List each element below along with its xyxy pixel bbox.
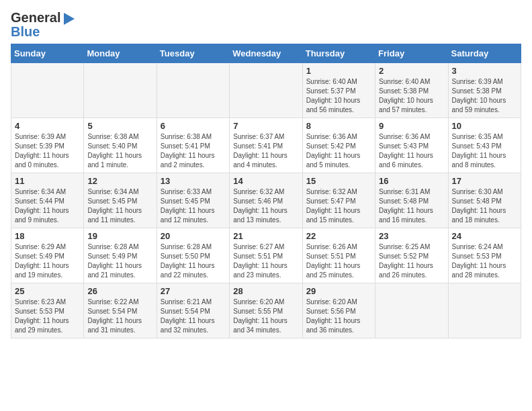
day-number: 17 [452, 176, 517, 186]
day-info: Sunrise: 6:21 AM Sunset: 5:54 PM Dayligh… [161, 298, 226, 335]
calendar-cell: 21Sunrise: 6:27 AM Sunset: 5:51 PM Dayli… [230, 228, 302, 283]
day-info: Sunrise: 6:33 AM Sunset: 5:45 PM Dayligh… [161, 187, 226, 225]
calendar-cell: 8Sunrise: 6:36 AM Sunset: 5:42 PM Daylig… [302, 118, 375, 173]
logo: General Blue [11, 11, 75, 38]
calendar-cell: 2Sunrise: 6:40 AM Sunset: 5:38 PM Daylig… [375, 62, 448, 118]
calendar-cell: 13Sunrise: 6:33 AM Sunset: 5:45 PM Dayli… [157, 173, 229, 228]
day-info: Sunrise: 6:30 AM Sunset: 5:48 PM Dayligh… [452, 187, 517, 225]
day-number: 1 [306, 66, 371, 76]
day-number: 2 [379, 66, 444, 76]
calendar-cell: 5Sunrise: 6:38 AM Sunset: 5:40 PM Daylig… [84, 118, 157, 173]
day-number: 29 [306, 286, 371, 296]
calendar-cell: 7Sunrise: 6:37 AM Sunset: 5:41 PM Daylig… [230, 118, 302, 173]
calendar-cell: 26Sunrise: 6:22 AM Sunset: 5:54 PM Dayli… [84, 283, 157, 338]
day-info: Sunrise: 6:28 AM Sunset: 5:49 PM Dayligh… [87, 242, 152, 280]
header-wednesday: Wednesday [230, 44, 302, 62]
header-sunday: Sunday [11, 44, 84, 62]
day-info: Sunrise: 6:40 AM Sunset: 5:37 PM Dayligh… [306, 77, 371, 115]
day-number: 21 [233, 231, 298, 241]
header-thursday: Thursday [302, 44, 375, 62]
day-info: Sunrise: 6:39 AM Sunset: 5:39 PM Dayligh… [15, 132, 80, 170]
calendar-week-0: 1Sunrise: 6:40 AM Sunset: 5:37 PM Daylig… [11, 62, 521, 118]
calendar-cell [230, 62, 302, 118]
day-number: 23 [379, 231, 444, 241]
calendar-cell: 27Sunrise: 6:21 AM Sunset: 5:54 PM Dayli… [157, 283, 229, 338]
day-number: 15 [306, 176, 371, 186]
calendar-cell: 19Sunrise: 6:28 AM Sunset: 5:49 PM Dayli… [84, 228, 157, 283]
calendar-cell: 15Sunrise: 6:32 AM Sunset: 5:47 PM Dayli… [302, 173, 375, 228]
calendar-cell: 6Sunrise: 6:38 AM Sunset: 5:41 PM Daylig… [157, 118, 229, 173]
calendar-cell [448, 283, 521, 338]
day-number: 13 [161, 176, 226, 186]
calendar-cell [375, 283, 448, 338]
day-info: Sunrise: 6:20 AM Sunset: 5:55 PM Dayligh… [233, 298, 298, 335]
calendar-cell: 20Sunrise: 6:28 AM Sunset: 5:50 PM Dayli… [157, 228, 229, 283]
day-info: Sunrise: 6:20 AM Sunset: 5:56 PM Dayligh… [306, 298, 371, 335]
day-info: Sunrise: 6:25 AM Sunset: 5:52 PM Dayligh… [379, 242, 444, 280]
calendar-cell: 9Sunrise: 6:36 AM Sunset: 5:43 PM Daylig… [375, 118, 448, 173]
day-info: Sunrise: 6:38 AM Sunset: 5:41 PM Dayligh… [161, 132, 226, 170]
calendar-week-1: 4Sunrise: 6:39 AM Sunset: 5:39 PM Daylig… [11, 118, 521, 173]
day-number: 9 [379, 121, 444, 131]
day-info: Sunrise: 6:31 AM Sunset: 5:48 PM Dayligh… [379, 187, 444, 225]
calendar-table: SundayMondayTuesdayWednesdayThursdayFrid… [11, 44, 521, 338]
day-info: Sunrise: 6:40 AM Sunset: 5:38 PM Dayligh… [379, 77, 444, 115]
calendar-cell: 29Sunrise: 6:20 AM Sunset: 5:56 PM Dayli… [302, 283, 375, 338]
day-number: 18 [15, 231, 80, 241]
day-info: Sunrise: 6:22 AM Sunset: 5:54 PM Dayligh… [87, 298, 152, 335]
calendar-week-2: 11Sunrise: 6:34 AM Sunset: 5:44 PM Dayli… [11, 173, 521, 228]
header-friday: Friday [375, 44, 448, 62]
day-info: Sunrise: 6:32 AM Sunset: 5:46 PM Dayligh… [233, 187, 298, 225]
day-info: Sunrise: 6:39 AM Sunset: 5:38 PM Dayligh… [452, 77, 517, 115]
day-number: 4 [15, 121, 80, 131]
day-number: 10 [452, 121, 517, 131]
day-number: 12 [87, 176, 152, 186]
header-monday: Monday [84, 44, 157, 62]
header-saturday: Saturday [448, 44, 521, 62]
day-number: 28 [233, 286, 298, 296]
day-number: 8 [306, 121, 371, 131]
day-number: 5 [87, 121, 152, 131]
day-number: 11 [15, 176, 80, 186]
day-number: 6 [161, 121, 226, 131]
calendar-cell: 28Sunrise: 6:20 AM Sunset: 5:55 PM Dayli… [230, 283, 302, 338]
calendar-week-3: 18Sunrise: 6:29 AM Sunset: 5:49 PM Dayli… [11, 228, 521, 283]
calendar-cell: 3Sunrise: 6:39 AM Sunset: 5:38 PM Daylig… [448, 62, 521, 118]
day-info: Sunrise: 6:37 AM Sunset: 5:41 PM Dayligh… [233, 132, 298, 170]
day-number: 14 [233, 176, 298, 186]
calendar-cell: 12Sunrise: 6:34 AM Sunset: 5:45 PM Dayli… [84, 173, 157, 228]
day-info: Sunrise: 6:34 AM Sunset: 5:45 PM Dayligh… [87, 187, 152, 225]
day-info: Sunrise: 6:32 AM Sunset: 5:47 PM Dayligh… [306, 187, 371, 225]
day-info: Sunrise: 6:36 AM Sunset: 5:42 PM Dayligh… [306, 132, 371, 170]
calendar-header-row: SundayMondayTuesdayWednesdayThursdayFrid… [11, 44, 521, 62]
day-info: Sunrise: 6:26 AM Sunset: 5:51 PM Dayligh… [306, 242, 371, 280]
calendar-cell: 10Sunrise: 6:35 AM Sunset: 5:43 PM Dayli… [448, 118, 521, 173]
day-info: Sunrise: 6:34 AM Sunset: 5:44 PM Dayligh… [15, 187, 80, 225]
day-number: 25 [15, 286, 80, 296]
calendar-cell [157, 62, 229, 118]
calendar-cell: 14Sunrise: 6:32 AM Sunset: 5:46 PM Dayli… [230, 173, 302, 228]
day-info: Sunrise: 6:35 AM Sunset: 5:43 PM Dayligh… [452, 132, 517, 170]
day-number: 16 [379, 176, 444, 186]
day-number: 3 [452, 66, 517, 76]
day-info: Sunrise: 6:24 AM Sunset: 5:53 PM Dayligh… [452, 242, 517, 280]
calendar-cell [84, 62, 157, 118]
calendar-cell [11, 62, 84, 118]
day-info: Sunrise: 6:23 AM Sunset: 5:53 PM Dayligh… [15, 298, 80, 335]
calendar-cell: 17Sunrise: 6:30 AM Sunset: 5:48 PM Dayli… [448, 173, 521, 228]
day-number: 26 [87, 286, 152, 296]
calendar-cell: 16Sunrise: 6:31 AM Sunset: 5:48 PM Dayli… [375, 173, 448, 228]
day-info: Sunrise: 6:28 AM Sunset: 5:50 PM Dayligh… [161, 242, 226, 280]
day-number: 24 [452, 231, 517, 241]
day-info: Sunrise: 6:27 AM Sunset: 5:51 PM Dayligh… [233, 242, 298, 280]
calendar-cell: 24Sunrise: 6:24 AM Sunset: 5:53 PM Dayli… [448, 228, 521, 283]
logo-general: General [11, 10, 60, 25]
calendar-cell: 23Sunrise: 6:25 AM Sunset: 5:52 PM Dayli… [375, 228, 448, 283]
calendar-cell: 1Sunrise: 6:40 AM Sunset: 5:37 PM Daylig… [302, 62, 375, 118]
day-info: Sunrise: 6:38 AM Sunset: 5:40 PM Dayligh… [87, 132, 152, 170]
calendar-cell: 18Sunrise: 6:29 AM Sunset: 5:49 PM Dayli… [11, 228, 84, 283]
header-tuesday: Tuesday [157, 44, 229, 62]
logo-blue: Blue [11, 25, 75, 38]
header: General Blue [11, 11, 521, 38]
day-number: 7 [233, 121, 298, 131]
